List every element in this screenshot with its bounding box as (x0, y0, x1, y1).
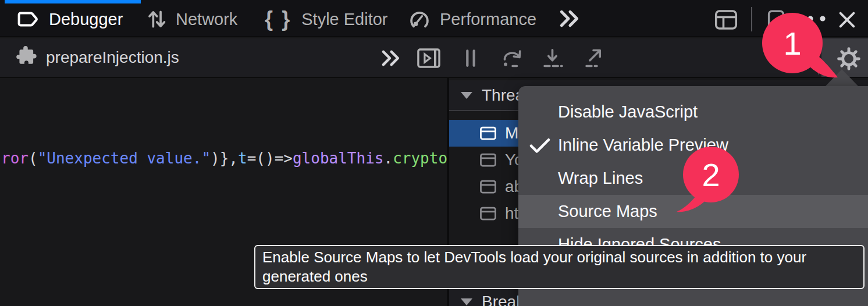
puzzle-piece-icon (16, 45, 38, 71)
devtools-window: Debugger Network { } Style Editor Perfor… (0, 0, 868, 306)
tab-label: Network (176, 10, 237, 29)
devtools-tabbar: Debugger Network { } Style Editor Perfor… (0, 0, 868, 37)
annotation-badge-2: 2 (683, 147, 739, 202)
badge-number: 2 (702, 156, 720, 194)
step-over-button[interactable] (499, 47, 526, 70)
menu-item-label: Source Maps (558, 202, 657, 221)
menu-item-disable-javascript[interactable]: Disable JavaScript (518, 95, 868, 129)
step-in-button[interactable] (540, 47, 567, 70)
collapse-triangle-icon (461, 298, 472, 305)
menu-item-label: Disable JavaScript (558, 102, 698, 122)
menu-item-label: Wrap Lines (558, 169, 643, 188)
window-icon (479, 179, 497, 194)
tab-label: Performance (440, 10, 536, 29)
close-icon[interactable] (837, 9, 858, 30)
play-panel-icon[interactable] (415, 47, 442, 70)
step-out-button[interactable] (582, 47, 609, 70)
debugger-icon (17, 9, 40, 29)
thread-label: M (505, 124, 518, 143)
dock-panel-icon[interactable] (713, 8, 739, 31)
tooltip-text: Enable Source Maps to let DevTools load … (262, 248, 806, 285)
curly-braces-icon: { } (265, 7, 292, 31)
more-tabs-button[interactable] (554, 7, 583, 30)
network-arrows-icon (147, 8, 166, 30)
tab-network[interactable]: Network (147, 6, 237, 33)
annotation-badge-1: 1 (762, 13, 823, 73)
tab-label: Debugger (49, 10, 123, 29)
source-file-tab[interactable]: prepareInjection.js (16, 38, 179, 77)
tab-label: Style Editor (301, 10, 387, 29)
source-maps-tooltip: Enable Source Maps to let DevTools load … (254, 245, 865, 289)
window-icon (479, 206, 497, 221)
window-icon (479, 126, 497, 141)
checkmark-icon (528, 137, 552, 158)
window-icon (479, 152, 497, 168)
source-file-name: prepareInjection.js (46, 48, 179, 67)
stopwatch-icon (408, 8, 431, 30)
sources-overflow-button[interactable] (376, 47, 404, 70)
tab-debugger[interactable]: Debugger (17, 6, 123, 33)
toolbar-divider (751, 7, 752, 31)
thread-label: ht (505, 204, 518, 223)
badge-number: 1 (783, 24, 801, 62)
pause-button[interactable] (462, 48, 479, 69)
collapse-triangle-icon (461, 92, 472, 99)
secondary-toolbar: prepareInjection.js (0, 38, 868, 78)
tab-performance[interactable]: Performance (408, 6, 536, 33)
code-line: ror("Unexpected value.")},t=()=>globalTh… (1, 150, 447, 167)
tab-style-editor[interactable]: { } Style Editor (265, 6, 388, 33)
active-tab-indicator (5, 0, 141, 3)
